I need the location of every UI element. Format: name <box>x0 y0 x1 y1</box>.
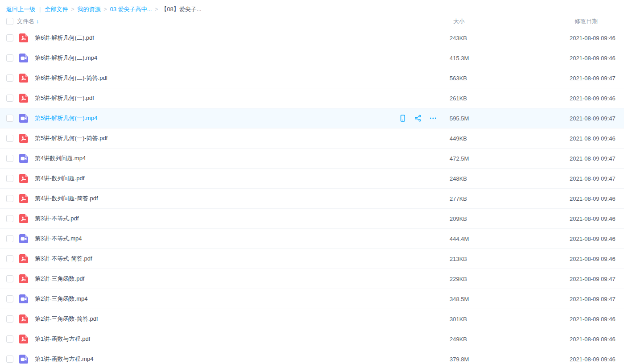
file-name-link[interactable]: 第5讲-解析几何(一)-简答.pdf <box>35 134 107 142</box>
row-checkbox[interactable] <box>6 175 13 182</box>
file-size: 348.5M <box>450 296 469 302</box>
file-size: 472.5M <box>450 155 469 162</box>
file-size: 261KB <box>450 95 467 102</box>
file-row[interactable]: 第4讲数列问题.mp4 472.5M 2021-08-09 09:47 <box>0 149 624 169</box>
file-row[interactable]: 第5讲-解析几何(一).mp4 595.5M 2021-08-09 09:47 <box>0 108 624 128</box>
file-manager-page: 返回上一级 | 全部文件>我的资源>03 爱尖子高中...>【08】爱尖子...… <box>0 0 624 364</box>
file-row[interactable]: 第2讲-三角函数.mp4 348.5M 2021-08-09 09:47 <box>0 289 624 309</box>
file-modified-date: 2021-08-09 09:46 <box>570 215 616 222</box>
file-row[interactable]: 第5讲-解析几何(一)-简答.pdf 449KB 2021-08-09 09:4… <box>0 128 624 149</box>
pdf-file-icon <box>19 133 29 143</box>
file-name-link[interactable]: 第4讲-数列问题.pdf <box>35 174 84 182</box>
breadcrumb-item[interactable]: 全部文件 <box>45 5 68 13</box>
share-icon[interactable] <box>413 114 422 123</box>
file-row[interactable]: 第6讲-解析几何(二)-简答.pdf 563KB 2021-08-09 09:4… <box>0 68 624 88</box>
file-name-link[interactable]: 第5讲-解析几何(一).mp4 <box>35 114 97 122</box>
breadcrumb: 返回上一级 | 全部文件>我的资源>03 爱尖子高中...>【08】爱尖子... <box>0 0 624 14</box>
row-checkbox[interactable] <box>6 275 13 282</box>
row-checkbox[interactable] <box>6 335 13 343</box>
file-name-link[interactable]: 第6讲-解析几何(二).mp4 <box>35 54 97 62</box>
file-size: 209KB <box>450 215 467 222</box>
row-checkbox[interactable] <box>6 235 13 242</box>
file-row[interactable]: 第4讲-数列问题-简答.pdf 277KB 2021-08-09 09:46 <box>0 189 624 209</box>
file-row[interactable]: 第6讲-解析几何(二).pdf 243KB 2021-08-09 09:46 <box>0 28 624 48</box>
file-modified-date: 2021-08-09 09:46 <box>570 35 616 41</box>
file-row[interactable]: 第6讲-解析几何(二).mp4 415.3M 2021-08-09 09:46 <box>0 48 624 68</box>
save-to-phone-icon[interactable] <box>398 114 407 123</box>
row-checkbox[interactable] <box>6 54 13 62</box>
file-row[interactable]: 第3讲-不等式.mp4 444.4M 2021-08-09 09:46 <box>0 229 624 249</box>
file-name-link[interactable]: 第1讲-函数与方程.pdf <box>35 335 90 343</box>
breadcrumb-back-link[interactable]: 返回上一级 <box>6 5 35 13</box>
file-modified-date: 2021-08-09 09:46 <box>570 135 616 142</box>
file-name-link[interactable]: 第2讲-三角函数.pdf <box>35 275 84 283</box>
file-name-link[interactable]: 第5讲-解析几何(一).pdf <box>35 94 94 102</box>
file-name-link[interactable]: 第1讲-函数与方程.mp4 <box>35 355 93 363</box>
pdf-file-icon <box>19 33 29 43</box>
file-modified-date: 2021-08-09 09:46 <box>570 256 616 262</box>
file-modified-date: 2021-08-09 09:47 <box>570 115 616 122</box>
file-modified-date: 2021-08-09 09:47 <box>570 75 616 82</box>
row-checkbox[interactable] <box>6 74 13 82</box>
file-size: 301KB <box>450 316 467 323</box>
file-row[interactable]: 第1讲-函数与方程.mp4 379.8M 2021-08-09 09:46 <box>0 349 624 364</box>
file-row[interactable]: 第1讲-函数与方程.pdf 249KB 2021-08-09 09:46 <box>0 329 624 349</box>
file-name-link[interactable]: 第2讲-三角函数-简答.pdf <box>35 315 98 323</box>
file-name-link[interactable]: 第4讲-数列问题-简答.pdf <box>35 194 98 203</box>
mp4-file-icon <box>19 53 29 63</box>
pdf-file-icon <box>19 314 29 324</box>
breadcrumb-separator-icon: > <box>103 6 107 12</box>
file-row[interactable]: 第3讲-不等式-简答.pdf 213KB 2021-08-09 09:46 <box>0 249 624 269</box>
file-size: 213KB <box>450 256 467 262</box>
row-hover-actions <box>398 114 438 123</box>
row-checkbox[interactable] <box>6 195 13 202</box>
row-checkbox[interactable] <box>6 95 13 102</box>
pdf-file-icon <box>19 194 29 203</box>
breadcrumb-separator-icon: > <box>71 6 74 12</box>
file-name-link[interactable]: 第6讲-解析几何(二).pdf <box>35 34 94 42</box>
file-modified-date: 2021-08-09 09:46 <box>570 95 616 102</box>
file-modified-date: 2021-08-09 09:46 <box>570 336 616 343</box>
select-all-checkbox[interactable] <box>6 18 13 25</box>
file-modified-date: 2021-08-09 09:47 <box>570 155 616 162</box>
file-name-link[interactable]: 第2讲-三角函数.mp4 <box>35 295 87 303</box>
file-size: 379.8M <box>450 356 469 363</box>
file-size: 229KB <box>450 276 467 282</box>
row-checkbox[interactable] <box>6 215 13 222</box>
row-checkbox[interactable] <box>6 315 13 323</box>
row-checkbox[interactable] <box>6 255 13 262</box>
file-size: 249KB <box>450 336 467 343</box>
column-header-filename[interactable]: 文件名 <box>17 17 34 25</box>
row-checkbox[interactable] <box>6 135 13 142</box>
file-modified-date: 2021-08-09 09:46 <box>570 55 616 62</box>
mp4-file-icon <box>19 354 29 364</box>
file-row[interactable]: 第4讲-数列问题.pdf 248KB 2021-08-09 09:47 <box>0 169 624 189</box>
row-checkbox[interactable] <box>6 34 13 41</box>
file-modified-date: 2021-08-09 09:47 <box>570 276 616 282</box>
breadcrumb-item[interactable]: 03 爱尖子高中... <box>110 5 152 13</box>
file-row[interactable]: 第2讲-三角函数-简答.pdf 301KB 2021-08-09 09:46 <box>0 309 624 329</box>
sort-descending-icon[interactable]: ↓ <box>36 18 39 25</box>
file-name-link[interactable]: 第6讲-解析几何(二)-简答.pdf <box>35 74 107 82</box>
file-size: 563KB <box>450 75 467 82</box>
breadcrumb-separator-icon: > <box>155 6 158 12</box>
breadcrumb-item[interactable]: 我的资源 <box>77 5 100 13</box>
row-checkbox[interactable] <box>6 115 13 122</box>
file-modified-date: 2021-08-09 09:47 <box>570 296 616 302</box>
row-checkbox[interactable] <box>6 356 13 363</box>
file-name-link[interactable]: 第4讲数列问题.mp4 <box>35 154 86 162</box>
mp4-file-icon <box>19 153 29 163</box>
file-name-link[interactable]: 第3讲-不等式-简答.pdf <box>35 255 92 263</box>
more-icon[interactable] <box>429 114 438 123</box>
file-size: 444.4M <box>450 236 469 242</box>
file-row[interactable]: 第3讲-不等式.pdf 209KB 2021-08-09 09:46 <box>0 209 624 229</box>
file-name-link[interactable]: 第3讲-不等式.mp4 <box>35 235 82 243</box>
breadcrumb-items: 全部文件>我的资源>03 爱尖子高中...>【08】爱尖子... <box>45 5 201 13</box>
file-row[interactable]: 第5讲-解析几何(一).pdf 261KB 2021-08-09 09:46 <box>0 88 624 108</box>
row-checkbox[interactable] <box>6 295 13 302</box>
row-checkbox[interactable] <box>6 155 13 162</box>
file-name-link[interactable]: 第3讲-不等式.pdf <box>35 215 79 223</box>
file-row[interactable]: 第2讲-三角函数.pdf 229KB 2021-08-09 09:47 <box>0 269 624 289</box>
mp4-file-icon <box>19 113 29 123</box>
file-size: 415.3M <box>450 55 469 62</box>
